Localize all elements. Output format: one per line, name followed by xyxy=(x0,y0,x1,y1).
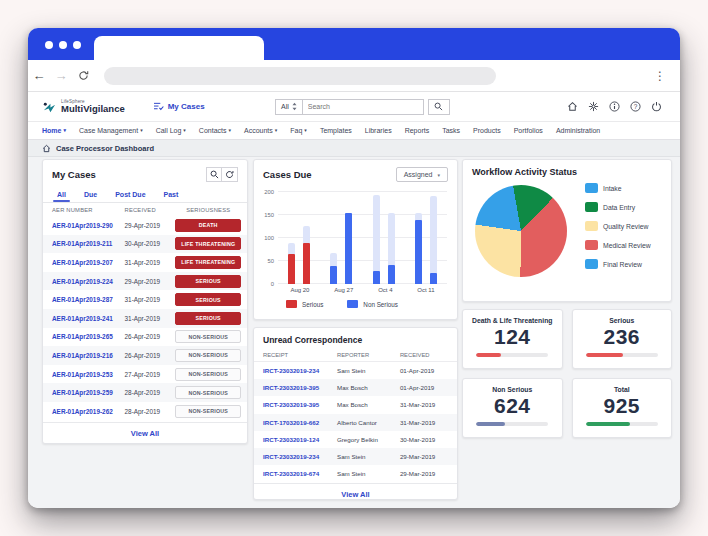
aer-number-link[interactable]: AER-01Apr2019-224 xyxy=(52,278,125,285)
nav-item-call-log[interactable]: Call Log▾ xyxy=(156,127,186,134)
received-date: 29-Mar-2019 xyxy=(400,470,448,477)
aer-number-link[interactable]: AER-01Apr2019-265 xyxy=(52,333,125,340)
unread-correspondence-panel: Unread Correspondence RECEIPT REPORTER R… xyxy=(253,327,458,500)
receipt-link[interactable]: IRCT-23032019-234 xyxy=(263,453,337,460)
aer-number-link[interactable]: AER-01Apr2019-290 xyxy=(52,222,125,229)
legend-item-quality-review: Quality Review xyxy=(585,221,651,231)
receipt-link[interactable]: IRCT-23032019-234 xyxy=(263,367,337,374)
gear-icon[interactable] xyxy=(588,101,599,112)
bar-fill-non-serious xyxy=(345,213,352,284)
panel-search-button[interactable] xyxy=(206,167,222,182)
search-scope-select[interactable]: All xyxy=(275,99,302,115)
browser-window: ← → ⋮ LifeSphere MultiVigilance My Cases xyxy=(28,28,680,508)
reporter-name: Max Bosch xyxy=(337,401,400,408)
bar-fill-non-serious xyxy=(373,271,380,284)
receipt-link[interactable]: IRCT-23032019-395 xyxy=(263,384,337,391)
aer-number-link[interactable]: AER-01Apr2019-287 xyxy=(52,296,125,303)
panel-refresh-button[interactable] xyxy=(222,167,238,182)
header-my-cases-link[interactable]: My Cases xyxy=(153,102,205,111)
main-nav: Home▾Case Management▾Call Log▾Contacts▾A… xyxy=(28,122,680,140)
nav-item-products[interactable]: Products xyxy=(473,127,501,134)
seriousness-badge: NON-SERIOUS xyxy=(175,330,241,343)
nav-item-home[interactable]: Home▾ xyxy=(42,127,66,134)
nav-item-contacts[interactable]: Contacts▾ xyxy=(199,127,231,134)
nav-item-accounts[interactable]: Accounts▾ xyxy=(244,127,277,134)
nav-item-administration[interactable]: Administration xyxy=(556,127,600,134)
svg-text:?: ? xyxy=(634,103,638,110)
stat-progress-track xyxy=(476,353,548,357)
tab-post-due[interactable]: Post Due xyxy=(113,188,147,202)
search-input[interactable] xyxy=(302,99,424,115)
nav-item-faq[interactable]: Faq▾ xyxy=(290,127,307,134)
reload-button[interactable] xyxy=(72,67,94,85)
table-row: IRCT-23032019-124Gregory Belkin30-Mar-20… xyxy=(254,431,457,448)
info-icon[interactable] xyxy=(609,101,620,112)
aer-number-link[interactable]: AER-01Apr2019-262 xyxy=(52,408,125,415)
tab-due[interactable]: Due xyxy=(82,188,99,202)
aer-number-link[interactable]: AER-01Apr2019-211 xyxy=(52,240,125,247)
unread-view-all-link[interactable]: View All xyxy=(254,483,457,505)
power-icon[interactable] xyxy=(651,101,662,112)
received-date: 31-Mar-2019 xyxy=(400,401,448,408)
dashboard-content: My Cases AllD xyxy=(28,157,680,508)
table-row: IRCT-23032019-234Sam Stein01-Apr-2019 xyxy=(254,362,457,379)
brand-name: MultiVigilance xyxy=(61,104,125,114)
nav-item-templates[interactable]: Templates xyxy=(320,127,352,134)
received-date: 28-Apr-2019 xyxy=(125,389,179,396)
nav-item-reports[interactable]: Reports xyxy=(405,127,430,134)
forward-button[interactable]: → xyxy=(50,68,72,83)
table-row: AER-01Apr2019-22429-Apr-2019SERIOUS xyxy=(43,272,247,291)
window-control-dot[interactable] xyxy=(59,41,67,49)
window-control-dot[interactable] xyxy=(73,41,81,49)
aer-number-link[interactable]: AER-01Apr2019-216 xyxy=(52,352,125,359)
aer-number-link[interactable]: AER-01Apr2019-241 xyxy=(52,315,125,322)
aer-number-link[interactable]: AER-01Apr2019-253 xyxy=(52,371,125,378)
legend-label: Data Entry xyxy=(603,204,635,211)
browser-tab[interactable] xyxy=(94,36,264,60)
receipt-link[interactable]: IRCT-17032019-662 xyxy=(263,419,337,426)
address-bar[interactable] xyxy=(104,67,496,85)
back-button[interactable]: ← xyxy=(28,68,50,83)
home-icon[interactable] xyxy=(567,101,578,112)
window-controls[interactable] xyxy=(45,41,81,49)
table-row: AER-01Apr2019-20731-Apr-2019LIFE THREATE… xyxy=(43,253,247,272)
seriousness-badge: DEATH xyxy=(175,219,241,232)
aer-number-link[interactable]: AER-01Apr2019-207 xyxy=(52,259,125,266)
stat-value: 624 xyxy=(494,393,531,418)
app-logo: LifeSphere MultiVigilance xyxy=(42,99,125,114)
receipt-link[interactable]: IRCT-23032019-395 xyxy=(263,401,337,408)
assigned-filter-dropdown[interactable]: Assigned ▾ xyxy=(396,167,448,182)
legend-item-intake: Intake xyxy=(585,183,651,193)
window-control-dot[interactable] xyxy=(45,41,53,49)
stat-progress-fill xyxy=(476,353,500,357)
receipt-link[interactable]: IRCT-23032019-674 xyxy=(263,470,337,477)
my-cases-table-header: AER NUMBER RECEIVED SERIOUSNESS xyxy=(43,203,247,216)
nav-item-tasks[interactable]: Tasks xyxy=(442,127,460,134)
bar-chart-legend: SeriousNon Serious xyxy=(286,300,457,308)
nav-item-portfolios[interactable]: Portfolios xyxy=(514,127,543,134)
x-axis-label: Oct 11 xyxy=(417,287,434,293)
received-date: 29-Apr-2019 xyxy=(125,278,179,285)
table-row: AER-01Apr2019-21626-Apr-2019NON-SERIOUS xyxy=(43,346,247,365)
search-icon xyxy=(210,170,219,179)
my-cases-view-all-link[interactable]: View All xyxy=(43,422,247,444)
tab-past[interactable]: Past xyxy=(162,188,181,202)
tab-all[interactable]: All xyxy=(55,188,68,202)
nav-item-case-management[interactable]: Case Management▾ xyxy=(79,127,143,134)
receipt-link[interactable]: IRCT-23032019-124 xyxy=(263,436,337,443)
help-icon[interactable]: ? xyxy=(630,101,641,112)
search-button[interactable] xyxy=(428,99,450,115)
nav-item-libraries[interactable]: Libraries xyxy=(365,127,392,134)
bar-fill-non-serious xyxy=(430,273,437,284)
sort-arrows-icon xyxy=(292,102,297,111)
stat-label: Total xyxy=(614,386,630,393)
bar xyxy=(345,213,352,284)
refresh-icon xyxy=(225,170,234,179)
legend-label: Non Serious xyxy=(363,301,398,308)
browser-menu-icon[interactable]: ⋮ xyxy=(654,70,666,82)
stat-progress-fill xyxy=(586,422,631,426)
bar-chart-x-labels: Aug 20Aug 27Oct 4Oct 11 xyxy=(278,287,447,293)
aer-number-link[interactable]: AER-01Apr2019-259 xyxy=(52,389,125,396)
workflow-pie-chart xyxy=(475,185,567,277)
legend-swatch xyxy=(347,300,358,308)
